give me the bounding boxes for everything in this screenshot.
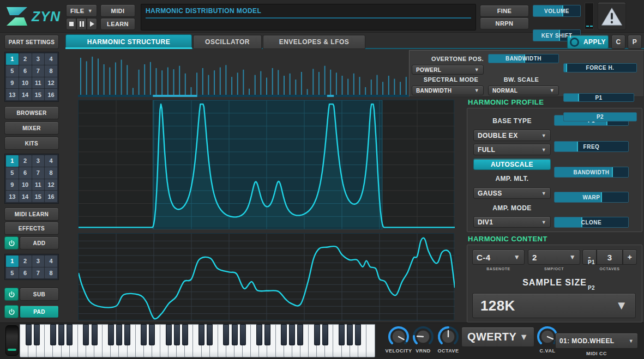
grid-cell-6[interactable]: 6 (19, 167, 32, 179)
grid-cell-13[interactable]: 13 (6, 191, 19, 202)
midi-button[interactable]: MIDI (100, 4, 135, 17)
grid-cell-7[interactable]: 7 (32, 65, 45, 77)
black-key[interactable] (174, 324, 180, 345)
velocity-knob[interactable] (388, 326, 410, 348)
copy-button[interactable]: C (611, 35, 625, 49)
grid-cell-3[interactable]: 3 (32, 155, 45, 167)
black-key[interactable] (50, 324, 56, 345)
grid-cell-14[interactable]: 14 (19, 89, 32, 100)
pad-power-button[interactable] (4, 305, 19, 318)
black-key[interactable] (141, 324, 147, 345)
midi-learn-button[interactable]: MIDI LEARN (4, 208, 59, 221)
spectral-mode-dropdown[interactable]: BANDWIDTH ▼ (412, 86, 484, 95)
black-key[interactable] (124, 324, 130, 345)
black-key[interactable] (83, 324, 89, 345)
grid-cell-15[interactable]: 15 (32, 191, 45, 202)
warp-slider[interactable]: WARP (554, 192, 629, 203)
grid-cell-2[interactable]: 2 (19, 255, 32, 267)
part-settings-button[interactable]: PART SETTINGS (4, 35, 59, 49)
black-key[interactable] (347, 324, 353, 345)
grid-cell-2[interactable]: 2 (19, 53, 32, 65)
add-engine-button[interactable]: ADD (20, 236, 59, 250)
black-key[interactable] (207, 324, 213, 345)
black-key[interactable] (256, 324, 262, 345)
vrnd-knob[interactable] (412, 326, 434, 348)
amp-mlt-dropdown[interactable]: GAUSS ▼ (473, 187, 551, 199)
stop-button[interactable] (66, 18, 76, 30)
grid-cell-10[interactable]: 10 (19, 77, 32, 89)
grid-cell-5[interactable]: 5 (6, 65, 19, 77)
grid-cell-2[interactable]: 2 (19, 155, 32, 167)
grid-cell-1[interactable]: 1 (6, 53, 19, 65)
black-key[interactable] (92, 324, 98, 345)
white-key[interactable] (366, 324, 375, 357)
tab-oscillator[interactable]: OSCILLATOR (193, 35, 262, 49)
grid-cell-11[interactable]: 11 (32, 77, 45, 89)
play-button[interactable] (87, 18, 97, 30)
black-key[interactable] (339, 324, 345, 345)
add-power-button[interactable] (4, 236, 19, 250)
black-key[interactable] (289, 324, 295, 345)
grid-cell-8[interactable]: 8 (45, 267, 57, 279)
master-meter[interactable] (585, 3, 594, 29)
sub-engine-button[interactable]: SUB (20, 288, 59, 301)
black-key[interactable] (116, 324, 122, 345)
black-key[interactable] (240, 324, 246, 345)
nrpn-button[interactable]: NRPN (480, 17, 529, 29)
force-h-slider[interactable]: FORCE H. (563, 63, 637, 72)
profile-bandwidth-slider[interactable]: BANDWIDTH (554, 167, 629, 178)
black-key[interactable] (198, 324, 204, 345)
kits-button[interactable]: KITS (4, 137, 59, 150)
grid-cell-6[interactable]: 6 (19, 65, 32, 77)
grid-cell-3[interactable]: 3 (32, 53, 45, 65)
pad-engine-button[interactable]: PAD (20, 305, 59, 318)
black-key[interactable] (58, 324, 64, 345)
black-key[interactable] (166, 324, 172, 345)
grid-cell-12[interactable]: 12 (45, 179, 57, 191)
black-key[interactable] (26, 324, 32, 345)
grid-cell-5[interactable]: 5 (6, 167, 19, 179)
grid-cell-14[interactable]: 14 (19, 191, 32, 202)
grid-cell-8[interactable]: 8 (45, 167, 57, 179)
basenote-dropdown[interactable]: C-4 ▼ (472, 250, 525, 265)
grid-cell-4[interactable]: 4 (45, 255, 57, 267)
black-key[interactable] (232, 324, 238, 345)
apply-button[interactable]: APPLY (567, 35, 609, 49)
black-key[interactable] (314, 324, 320, 345)
sample-size-dropdown[interactable]: 128K ▼ (472, 293, 636, 318)
harmonic-profile-plot[interactable] (78, 100, 454, 229)
grid-cell-4[interactable]: 4 (45, 155, 57, 167)
overtone-bandwidth-slider[interactable]: BANDWIDTH (488, 54, 559, 63)
grid-cell-10[interactable]: 10 (19, 179, 32, 191)
panic-button[interactable] (598, 2, 626, 30)
black-key[interactable] (149, 324, 155, 345)
black-key[interactable] (223, 324, 229, 345)
grid-cell-16[interactable]: 16 (45, 89, 57, 100)
p1-slider[interactable]: P1 (563, 93, 634, 102)
tab-envelopes-lfos[interactable]: ENVELOPES & LFOS (263, 35, 365, 49)
pitch-wheel[interactable] (5, 325, 19, 356)
file-menu[interactable]: FILE ▼ (66, 4, 97, 17)
base-type-dropdown[interactable]: DOUBLE EX ▼ (473, 130, 551, 141)
grid-cell-9[interactable]: 9 (6, 77, 19, 89)
grid-cell-4[interactable]: 4 (45, 53, 57, 65)
black-key[interactable] (67, 324, 73, 345)
width-dropdown[interactable]: FULL ▼ (473, 144, 551, 155)
grid-cell-11[interactable]: 11 (32, 179, 45, 191)
grid-cell-1[interactable]: 1 (6, 155, 19, 167)
overtone-position-dropdown[interactable]: POWERL ▼ (412, 65, 484, 75)
virtual-keyboard[interactable] (20, 324, 374, 357)
octaves-plus-button[interactable]: + (623, 250, 637, 265)
grid-cell-1[interactable]: 1 (6, 255, 19, 267)
grid-cell-7[interactable]: 7 (32, 267, 45, 279)
fine-button[interactable]: FINE (480, 5, 529, 17)
paste-button[interactable]: P (628, 35, 642, 49)
grid-cell-12[interactable]: 12 (45, 77, 57, 89)
grid-cell-9[interactable]: 9 (6, 179, 19, 191)
grid-cell-8[interactable]: 8 (45, 65, 57, 77)
browser-button[interactable]: BROWSER (4, 106, 59, 119)
grid-cell-15[interactable]: 15 (32, 89, 45, 100)
black-key[interactable] (297, 324, 303, 345)
octave-knob[interactable] (437, 326, 459, 348)
smp-oct-dropdown[interactable]: 2 ▼ (528, 250, 580, 265)
